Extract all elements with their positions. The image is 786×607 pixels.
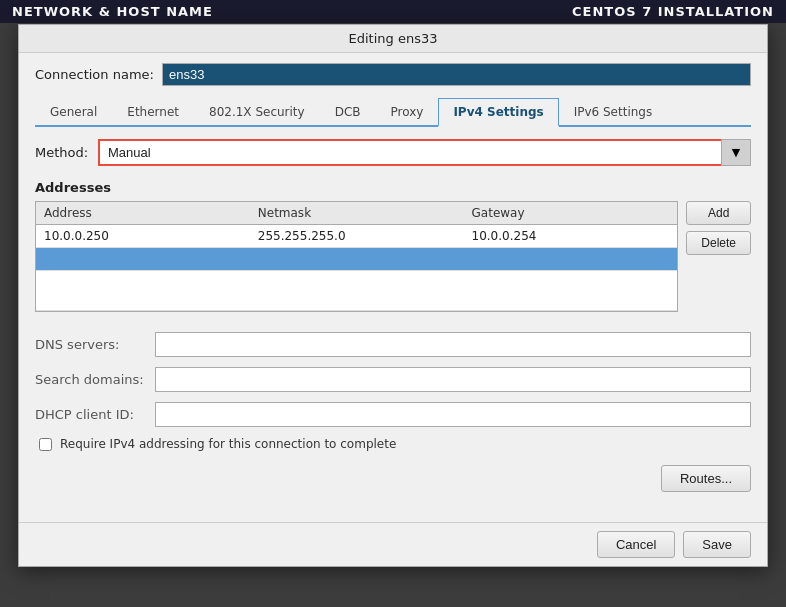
cell-edit-netmask[interactable] — [250, 248, 464, 271]
table-row: 10.0.0.250 255.255.255.0 10.0.0.254 — [36, 225, 677, 248]
tab-ethernet[interactable]: Ethernet — [112, 98, 194, 127]
method-dropdown-arrow-icon[interactable]: ▼ — [721, 139, 751, 166]
dns-servers-input[interactable] — [155, 332, 751, 357]
addresses-table-wrapper: Address Netmask Gateway 10.0.0.250 255.2… — [35, 201, 678, 312]
network-host-label: NETWORK & HOST NAME — [12, 4, 213, 19]
empty-cell — [36, 271, 677, 311]
search-domains-field: Search domains: — [35, 367, 751, 392]
add-button[interactable]: Add — [686, 201, 751, 225]
editing-dialog: Editing ens33 Connection name: General E… — [18, 24, 768, 567]
ipv4-require-label: Require IPv4 addressing for this connect… — [60, 437, 396, 451]
delete-button[interactable]: Delete — [686, 231, 751, 255]
addresses-title: Addresses — [35, 180, 751, 195]
dialog-title: Editing ens33 — [349, 31, 438, 46]
routes-row: Routes... — [35, 465, 751, 492]
cell-edit-address[interactable] — [36, 248, 250, 271]
dialog-body: Connection name: General Ethernet 802.1X… — [19, 53, 767, 510]
addresses-table: Address Netmask Gateway 10.0.0.250 255.2… — [36, 202, 677, 311]
method-row: Method: Manual Automatic (DHCP) Link-Loc… — [35, 139, 751, 166]
ipv4-checkbox-row: Require IPv4 addressing for this connect… — [35, 437, 751, 451]
addresses-table-container: Address Netmask Gateway 10.0.0.250 255.2… — [35, 201, 678, 320]
netmask-edit-input[interactable] — [258, 252, 456, 266]
method-label: Method: — [35, 145, 90, 160]
connection-name-input[interactable] — [162, 63, 751, 86]
tab-ipv4-settings[interactable]: IPv4 Settings — [438, 98, 558, 127]
cancel-button[interactable]: Cancel — [597, 531, 675, 558]
connection-name-row: Connection name: — [35, 63, 751, 86]
tab-dcb[interactable]: DCB — [320, 98, 376, 127]
cell-edit-gateway[interactable] — [464, 248, 678, 271]
bottom-buttons: Cancel Save — [19, 522, 767, 566]
dhcp-client-id-input[interactable] — [155, 402, 751, 427]
gateway-edit-input[interactable] — [472, 252, 670, 266]
search-domains-label: Search domains: — [35, 372, 155, 387]
method-select[interactable]: Manual Automatic (DHCP) Link-Local Only … — [98, 139, 751, 166]
dns-servers-field: DNS servers: — [35, 332, 751, 357]
col-header-netmask: Netmask — [250, 202, 464, 225]
tab-proxy[interactable]: Proxy — [376, 98, 439, 127]
dhcp-client-id-field: DHCP client ID: — [35, 402, 751, 427]
table-empty-row — [36, 271, 677, 311]
addresses-area: Address Netmask Gateway 10.0.0.250 255.2… — [35, 201, 751, 320]
connection-name-label: Connection name: — [35, 67, 154, 82]
address-edit-input[interactable] — [44, 252, 242, 266]
cell-netmask: 255.255.255.0 — [250, 225, 464, 248]
col-header-address: Address — [36, 202, 250, 225]
tab-general[interactable]: General — [35, 98, 112, 127]
table-edit-row[interactable] — [36, 248, 677, 271]
cell-gateway: 10.0.0.254 — [464, 225, 678, 248]
tabs-bar: General Ethernet 802.1X Security DCB Pro… — [35, 96, 751, 127]
add-delete-buttons: Add Delete — [686, 201, 751, 255]
top-bar: NETWORK & HOST NAME CENTOS 7 INSTALLATIO… — [0, 0, 786, 23]
col-header-gateway: Gateway — [464, 202, 678, 225]
tab-8021x-security[interactable]: 802.1X Security — [194, 98, 320, 127]
tab-ipv6-settings[interactable]: IPv6 Settings — [559, 98, 668, 127]
cell-address: 10.0.0.250 — [36, 225, 250, 248]
search-domains-input[interactable] — [155, 367, 751, 392]
save-button[interactable]: Save — [683, 531, 751, 558]
dhcp-client-id-label: DHCP client ID: — [35, 407, 155, 422]
method-select-wrapper: Manual Automatic (DHCP) Link-Local Only … — [98, 139, 751, 166]
ipv4-require-checkbox[interactable] — [39, 438, 52, 451]
centos-label: CENTOS 7 INSTALLATION — [572, 4, 774, 19]
routes-button[interactable]: Routes... — [661, 465, 751, 492]
dialog-titlebar: Editing ens33 — [19, 25, 767, 53]
dns-servers-label: DNS servers: — [35, 337, 155, 352]
